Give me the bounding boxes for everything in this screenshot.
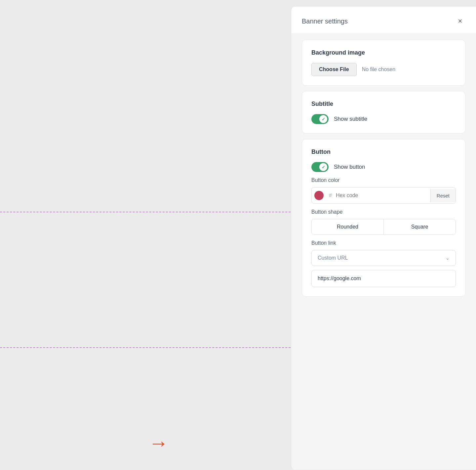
button-toggle[interactable]: ✓ (311, 162, 329, 172)
url-input[interactable] (312, 270, 456, 287)
background-image-card: Background image Choose File No file cho… (302, 40, 465, 86)
button-shape-label: Button shape (311, 209, 456, 215)
shape-rounded-button[interactable]: Rounded (312, 219, 384, 235)
no-file-label: No file chosen (362, 66, 395, 72)
panel-body: Background image Choose File No file cho… (291, 33, 476, 303)
color-input-row: # Reset (311, 187, 456, 204)
hex-input[interactable] (335, 189, 430, 202)
close-button[interactable]: × (455, 16, 465, 26)
subtitle-card: Subtitle ✓ Show subtitle (302, 91, 465, 134)
toggle-check-icon: ✓ (322, 117, 325, 122)
settings-panel: Banner settings × Background image Choos… (291, 7, 476, 470)
color-swatch[interactable] (312, 188, 326, 203)
reset-button[interactable]: Reset (430, 189, 456, 202)
subtitle-toggle-label: Show subtitle (334, 116, 367, 122)
button-link-dropdown[interactable]: Custom URL ⌄ (311, 250, 456, 266)
button-toggle-row: ✓ Show button (311, 162, 456, 172)
file-input-row: Choose File No file chosen (311, 63, 456, 76)
background-image-title: Background image (311, 49, 456, 56)
dropdown-selected-text: Custom URL (318, 255, 348, 261)
arrow-symbol: → (149, 432, 169, 454)
subtitle-title: Subtitle (311, 101, 456, 107)
subtitle-toggle-row: ✓ Show subtitle (311, 114, 456, 124)
button-card: Button ✓ Show button Button color # Rese… (302, 139, 465, 297)
toggle-knob: ✓ (319, 115, 327, 123)
hash-symbol: # (326, 192, 335, 198)
button-color-label: Button color (311, 177, 456, 183)
button-toggle-label: Show button (334, 164, 365, 170)
chevron-down-icon: ⌄ (446, 255, 450, 261)
button-toggle-knob: ✓ (319, 163, 327, 171)
button-section-title: Button (311, 149, 456, 155)
color-circle (314, 191, 324, 200)
arrow-indicator: → (149, 433, 169, 453)
shape-square-button[interactable]: Square (384, 219, 456, 235)
choose-file-button[interactable]: Choose File (311, 63, 357, 76)
button-shape-row: Rounded Square (311, 219, 456, 235)
subtitle-toggle[interactable]: ✓ (311, 114, 329, 124)
url-input-wrapper (311, 270, 456, 287)
panel-title: Banner settings (302, 18, 348, 25)
button-link-label: Button link (311, 240, 456, 246)
button-toggle-check-icon: ✓ (322, 165, 325, 170)
panel-header: Banner settings × (291, 7, 476, 33)
